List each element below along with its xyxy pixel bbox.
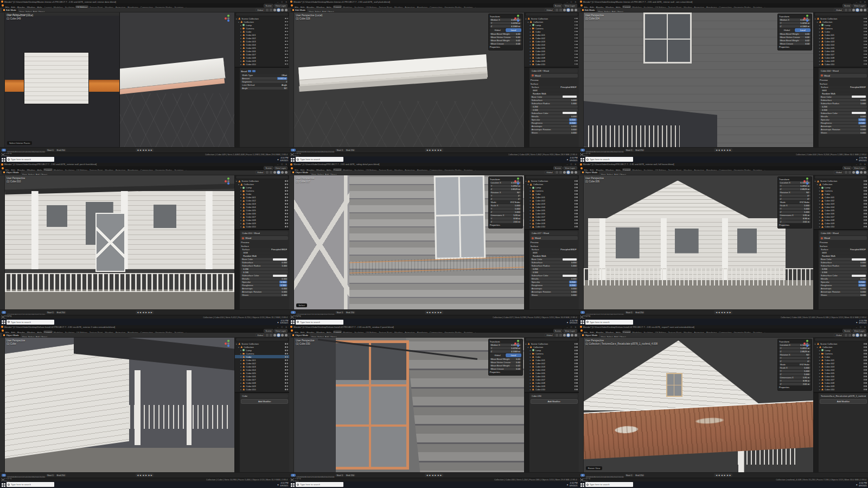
visibility-toggles[interactable] <box>864 50 867 52</box>
transform-field[interactable]: Z0° <box>779 198 810 200</box>
material-field[interactable]: SurfacePrincipled BSDF <box>531 86 578 88</box>
tray-caret-icon[interactable]: ▲ <box>856 321 858 324</box>
shading-material-icon[interactable] <box>860 334 863 337</box>
frame-start-field[interactable]: Start 1 <box>46 474 55 477</box>
expand-icon[interactable]: ▸ <box>530 222 531 225</box>
mean-field[interactable]: Mean Crease0.04 <box>490 367 521 370</box>
visibility-toggles[interactable] <box>575 60 578 62</box>
taskbar-search[interactable]: Type here to search <box>296 320 343 325</box>
expand-icon[interactable]: ▸ <box>530 362 531 365</box>
transform-field[interactable]: Z2.61 m <box>779 383 810 385</box>
material-field-value[interactable]: 1.000 <box>860 102 866 105</box>
expand-icon[interactable]: ▸ <box>240 202 241 205</box>
shading-solid-icon[interactable] <box>856 9 859 11</box>
frame-start-field[interactable]: Start 1 <box>625 474 634 477</box>
add-modifier-button[interactable]: Add Modifier <box>241 399 288 404</box>
system-tray[interactable]: ▲ 4:10 PM 6/9/2021 <box>277 157 289 162</box>
windows-start-button[interactable] <box>1 320 5 324</box>
material-field[interactable]: 0.100 <box>820 271 867 274</box>
visibility-toggles[interactable] <box>575 54 578 55</box>
expand-icon[interactable]: ▸ <box>240 60 241 62</box>
visibility-toggles[interactable] <box>864 187 867 188</box>
n-panel-properties-section[interactable]: Properties <box>779 46 810 48</box>
mode-dropdown[interactable]: Object Mode <box>291 333 310 337</box>
mode-dropdown[interactable]: Edit Mode <box>580 8 597 12</box>
orientation-dropdown[interactable]: Global <box>256 170 265 174</box>
system-tray[interactable]: ▲ 4:10 PM 6/9/2021 <box>566 482 578 487</box>
expand-icon[interactable]: ▸ <box>819 216 820 218</box>
expand-icon[interactable]: ▸ <box>240 199 241 202</box>
visibility-toggles[interactable] <box>285 54 288 55</box>
timeline[interactable]: 1 020406080100120140160180200220240 ◄◄ ◄… <box>289 309 578 315</box>
visibility-toggles[interactable] <box>575 183 578 185</box>
material-field-value[interactable]: 0.000 <box>571 290 577 293</box>
material-field-value[interactable]: 0.200 <box>533 268 538 270</box>
mean-field[interactable]: Mean Vertex Crease0.00 <box>779 36 810 39</box>
transform-field[interactable]: Rotation X90° <box>779 191 810 194</box>
proportional-edit-icon[interactable] <box>848 171 851 174</box>
material-field-value[interactable]: 0.500 <box>569 118 577 121</box>
timeline[interactable]: 1 020406080100120140160180200220240 ◄◄ ◄… <box>289 472 578 478</box>
visibility-toggles[interactable] <box>285 57 288 59</box>
frame-start-field[interactable]: Start 1 <box>335 149 344 151</box>
median-field-value[interactable]: 4.1369 m <box>800 25 809 28</box>
expand-icon[interactable]: ▸ <box>819 34 820 36</box>
expand-icon[interactable]: ▸ <box>819 359 820 362</box>
uv-image-canvas[interactable] <box>5 12 119 147</box>
preview-section-label[interactable]: Preview <box>820 79 867 81</box>
mode-dropdown[interactable]: Object Mode <box>2 333 21 337</box>
transform-field[interactable]: Z2.8529 m <box>779 188 810 191</box>
frame-start-field[interactable]: Start 1 <box>46 149 55 151</box>
transform-field-value[interactable]: 0° <box>807 360 809 363</box>
visibility-toggles[interactable] <box>575 353 578 354</box>
shading-wireframe-icon[interactable] <box>563 9 566 11</box>
jump-start-button[interactable]: ◄◄ <box>426 310 431 314</box>
mean-field-value[interactable]: 0.00 <box>805 36 809 39</box>
material-field[interactable]: 0.100 <box>820 109 867 111</box>
visibility-toggles[interactable] <box>864 28 867 29</box>
frame-start-field[interactable]: Start 1 <box>46 311 55 314</box>
material-field-value[interactable]: 0.100 <box>822 271 827 274</box>
expand-icon[interactable]: ▸ <box>240 378 241 381</box>
expand-icon[interactable]: ▸ <box>240 196 241 199</box>
expand-icon[interactable]: ▸ <box>240 212 241 215</box>
outliner-item[interactable]: ▸Scene Collection <box>525 342 579 345</box>
shading-material-icon[interactable] <box>281 171 284 174</box>
snap-magnet-icon[interactable] <box>845 9 847 11</box>
material-field-value[interactable]: Principled BSDF <box>560 86 576 88</box>
material-field[interactable]: GGX <box>531 89 578 92</box>
material-field-value[interactable]: Random Walk <box>533 92 546 95</box>
expand-icon[interactable]: ▸ <box>530 375 531 378</box>
current-frame-field[interactable]: 1 <box>2 311 6 314</box>
visibility-toggles[interactable] <box>864 18 867 20</box>
visibility-toggles[interactable] <box>285 193 288 195</box>
frame-start-field[interactable]: Start 1 <box>625 149 634 151</box>
jump-start-button[interactable]: ◄◄ <box>137 148 142 152</box>
expand-icon[interactable]: ▸ <box>530 369 531 371</box>
material-field-value[interactable]: 0.200 <box>822 268 827 270</box>
visibility-toggles[interactable] <box>285 64 288 65</box>
expand-icon[interactable]: ▸ <box>819 30 820 33</box>
proportional-edit-icon[interactable] <box>559 334 562 337</box>
window-controls[interactable]: – □ ✕ <box>566 1 577 3</box>
jump-end-button[interactable]: ►► <box>437 148 442 152</box>
timeline[interactable]: 1 020406080100120140160180200220240 ◄◄ ◄… <box>289 147 578 153</box>
navigation-gizmo[interactable] <box>225 15 232 22</box>
mean-field[interactable]: Mean Bevel Weight0.02 <box>779 39 810 42</box>
shading-solid-icon[interactable] <box>277 171 280 174</box>
visibility-toggles[interactable] <box>285 372 288 374</box>
transform-field[interactable]: ModeXYZ Euler <box>779 363 810 366</box>
visibility-toggles[interactable] <box>575 203 578 205</box>
visibility-toggles[interactable] <box>575 193 578 195</box>
visibility-toggles[interactable] <box>575 50 578 52</box>
blender-menu-icon[interactable] <box>291 167 293 169</box>
current-frame-field[interactable]: 1 <box>291 311 295 314</box>
visibility-toggles[interactable] <box>575 359 578 361</box>
material-field-value[interactable]: GGX <box>822 89 827 92</box>
uv-menu[interactable]: Image <box>20 13 27 16</box>
material-field-value[interactable]: 0.000 <box>860 125 866 128</box>
transform-field-value[interactable]: 1.000 <box>804 370 809 372</box>
frame-end-field[interactable]: End 250 <box>56 311 66 314</box>
median-field[interactable]: Z4.1369 m <box>490 350 521 353</box>
uv-menu[interactable]: View <box>7 13 12 16</box>
